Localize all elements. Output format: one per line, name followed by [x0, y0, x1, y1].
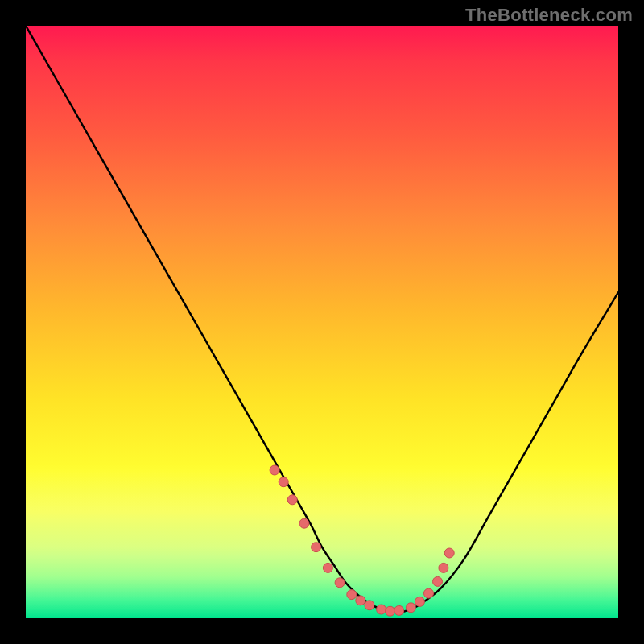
dot: [356, 596, 365, 605]
plot-area: [26, 26, 618, 618]
dot: [386, 606, 395, 616]
dot: [335, 578, 345, 588]
dot: [394, 605, 404, 615]
dot: [439, 563, 448, 572]
dot: [287, 495, 297, 505]
dot: [406, 603, 415, 613]
dot: [312, 543, 321, 552]
dot: [444, 548, 454, 558]
dot: [433, 576, 443, 586]
dot: [299, 518, 309, 528]
dot: [424, 588, 434, 598]
bottleneck-curve: [26, 26, 618, 613]
dot: [415, 597, 424, 606]
dot: [347, 590, 357, 600]
sweet-zone-dots: [270, 465, 454, 616]
dot: [270, 465, 279, 475]
watermark-text: TheBottleneck.com: [465, 5, 633, 26]
dot: [377, 605, 386, 614]
dot: [323, 563, 332, 572]
dot: [365, 601, 374, 610]
chart-svg: [26, 26, 618, 618]
dot: [279, 477, 288, 487]
outer-frame: TheBottleneck.com: [0, 0, 644, 644]
